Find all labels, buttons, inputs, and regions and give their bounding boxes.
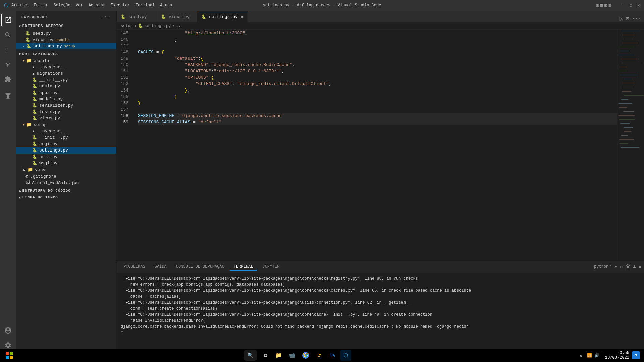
file-init-setup[interactable]: 🐍 __init__.py — [16, 134, 116, 141]
activity-explorer-icon[interactable] — [1, 13, 15, 27]
activity-debug-icon[interactable] — [1, 58, 15, 71]
breadcrumb-setup[interactable]: setup — [121, 24, 133, 28]
file-models[interactable]: 🐍 models.py — [16, 96, 116, 102]
project-root-section[interactable]: ▼ DRF_LAPIDACOES — [16, 51, 116, 57]
taskbar-chrome[interactable] — [300, 350, 311, 361]
tab-settings[interactable]: 🐍 settings.py ✕ — [197, 11, 248, 22]
menu-ver[interactable]: Ver — [76, 3, 83, 8]
activity-search-icon[interactable] — [1, 28, 15, 42]
clock[interactable]: 23:55 18/08/2022 — [605, 351, 629, 360]
file-init-escola[interactable]: 🐍 __init__.py — [16, 77, 116, 83]
code-line-158: SESSION_ENGINE ='django.contrib.sessions… — [138, 113, 617, 119]
menu-acessar[interactable]: Acessar — [89, 3, 105, 8]
tests-label: tests.py — [39, 109, 60, 114]
menu-arquivo[interactable]: Arquivo — [11, 3, 28, 8]
taskbar-vscode[interactable]: ⬡ — [340, 350, 351, 361]
code-content[interactable]: "http://localhost:3000", ] CACHES = { "d… — [135, 30, 617, 261]
folder-setup[interactable]: ▼ 📁 setup — [16, 121, 116, 128]
close-panel-button[interactable]: ✕ — [639, 264, 641, 270]
activity-git-icon[interactable] — [1, 43, 15, 56]
minimize-button[interactable]: ─ — [622, 3, 624, 8]
panel-tab-saida[interactable]: SAÍDA — [151, 263, 171, 271]
folder-pycache-setup[interactable]: ▶ __pycache__ — [16, 128, 116, 134]
maximize-button[interactable]: ❐ — [630, 3, 632, 8]
notification-badge[interactable]: 3 — [632, 351, 640, 359]
python-file-icon: 🐍 — [32, 103, 37, 108]
open-file-seed[interactable]: 🐍 seed.py — [16, 30, 116, 37]
menu-ajuda[interactable]: Ajuda — [160, 3, 172, 8]
panel-tab-terminal[interactable]: TERMINAL — [230, 263, 257, 271]
maximize-panel-button[interactable]: ▲ — [633, 264, 636, 269]
file-views-escola[interactable]: 🐍 views.py — [16, 115, 116, 121]
token: "default" — [198, 119, 221, 125]
layout-icon-3[interactable]: ⊡ — [604, 3, 607, 8]
more-actions-button[interactable]: ··· — [632, 16, 641, 22]
menu-executar[interactable]: Executar — [111, 3, 130, 8]
split-editor-button[interactable]: ⊡ — [626, 15, 629, 22]
layout-icon-1[interactable]: ⊟ — [596, 3, 599, 8]
taskbar-store[interactable]: 🛍 — [327, 350, 338, 361]
menu-selecao[interactable]: Seleção — [54, 3, 70, 8]
menu-editar[interactable]: Editar — [34, 3, 48, 8]
taskbar-task-view[interactable]: ⧉ — [260, 350, 271, 361]
line-numbers: 145 146 147 148 149 150 151 152 153 154 … — [117, 30, 135, 261]
taskbar-file-explorer[interactable]: 📁 — [273, 350, 284, 361]
open-editors-section[interactable]: ▼ EDITORES ABERTOS — [16, 23, 116, 30]
file-urls[interactable]: 🐍 urls.py — [16, 154, 116, 160]
file-admin[interactable]: 🐍 admin.py — [16, 83, 116, 89]
layout-icon-2[interactable]: ⊞ — [600, 3, 603, 8]
terminal-selector[interactable]: python ˅ — [594, 264, 612, 269]
open-file-views[interactable]: 🐍 views.py escola — [16, 37, 116, 43]
taskbar-meet[interactable]: 📹 — [287, 350, 298, 361]
activity-extensions-icon[interactable] — [1, 72, 15, 86]
panel-tab-problemas[interactable]: PROBLEMAS — [119, 263, 149, 271]
run-button[interactable]: ▷ — [620, 15, 623, 22]
chevron-icon: ▶ — [31, 130, 35, 132]
taskbar-search[interactable]: 🔍 — [244, 350, 257, 361]
tab-seed[interactable]: 🐍 seed.py — [117, 11, 157, 22]
timeline-section[interactable]: ▶ LINHA DO TEMPO — [16, 194, 116, 201]
layout-icon-4[interactable]: ⊟ — [608, 3, 611, 8]
file-gitignore[interactable]: ⚙ .gitignore — [16, 173, 116, 180]
file-asgi[interactable]: 🐍 asgi.py — [16, 141, 116, 147]
start-button[interactable] — [4, 350, 15, 361]
panel-tabs: PROBLEMAS SAÍDA CONSOLE DE DEPURAÇÃO TER… — [117, 261, 644, 273]
file-wsgi[interactable]: 🐍 wsgi.py — [16, 160, 116, 166]
code-line-159: SESSIONS_CACHE_ALIAS = "default" — [138, 119, 617, 125]
add-terminal-button[interactable]: + — [614, 264, 617, 269]
tab-close-settings[interactable]: ✕ — [240, 14, 243, 20]
folder-icon: 📁 — [26, 122, 32, 127]
activity-test-icon[interactable] — [1, 90, 15, 103]
delete-terminal-button[interactable]: 🗑 — [626, 264, 630, 269]
python-file-icon: 🐍 — [32, 109, 37, 114]
file-settings-setup[interactable]: 🐍 settings.py — [16, 147, 116, 154]
token: } — [138, 100, 141, 106]
breadcrumb-ellipsis[interactable]: ... — [176, 24, 183, 28]
admin-label: admin.py — [39, 84, 60, 89]
files-icon: 🗂 — [316, 352, 322, 359]
breadcrumb-settings[interactable]: 🐍 settings.py — [138, 23, 171, 28]
open-editors-label: EDITORES ABERTOS — [22, 24, 64, 29]
folder-pycache-escola[interactable]: ▶ __pycache__ — [16, 64, 116, 70]
taskbar-files[interactable]: 🗂 — [314, 350, 324, 361]
panel-tab-jupyter[interactable]: JUPYTER — [258, 263, 283, 271]
tab-views[interactable]: 🐍 views.py — [157, 11, 197, 22]
titlebar-menu[interactable]: Arquivo Editar Seleção Ver Acessar Execu… — [11, 3, 172, 8]
code-structure-section[interactable]: ▶ ESTRUTURA DO CÓDIGO — [16, 187, 116, 194]
split-terminal-button[interactable]: ⊡ — [620, 264, 623, 270]
file-serializer[interactable]: 🐍 serializer.py — [16, 102, 116, 109]
activity-account-icon[interactable] — [1, 324, 15, 337]
close-file-icon[interactable]: ✕ — [23, 44, 25, 48]
folder-escola[interactable]: ▼ 📁 escola — [16, 57, 116, 64]
menu-terminal[interactable]: Terminal — [136, 3, 155, 8]
close-button[interactable]: ✕ — [638, 3, 640, 8]
panel-tab-console[interactable]: CONSOLE DE DEPURAÇÃO — [172, 263, 228, 271]
file-apps[interactable]: 🐍 apps.py — [16, 89, 116, 96]
open-file-settings[interactable]: ✕ 🐍 settings.py setup — [16, 43, 116, 49]
sidebar-menu-button[interactable]: ··· — [100, 14, 111, 20]
titlebar-controls[interactable]: ⊟ ⊞ ⊡ ⊟ ─ ❐ ✕ — [596, 3, 640, 8]
folder-venv[interactable]: ▶ 📁 venv — [16, 166, 116, 173]
folder-migrations[interactable]: ▶ migrations — [16, 70, 116, 77]
file-tests[interactable]: 🐍 tests.py — [16, 109, 116, 115]
file-image[interactable]: 🖼 Aluna1_0eOAnle.jpg — [16, 180, 116, 186]
